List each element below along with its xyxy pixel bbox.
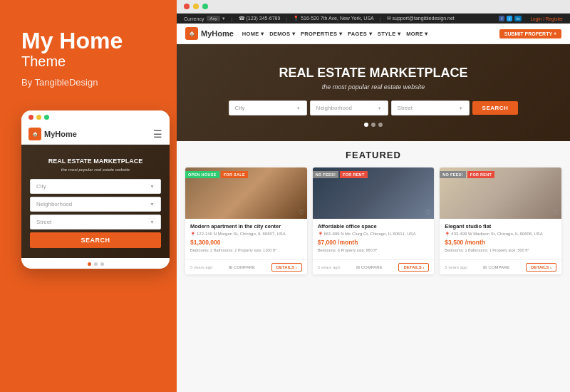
mobile-hero: REAL ESTATE MARKETPLACE the most popular…	[21, 145, 170, 258]
heart-icon-1[interactable]: ♡	[299, 209, 304, 216]
location-icon-2: 📍	[318, 232, 323, 237]
facebook-icon[interactable]: f	[499, 16, 504, 21]
hero-neighborhood-arrow: ▼	[378, 106, 382, 110]
hero-dot-3[interactable]	[378, 123, 383, 127]
phone-number: ☎ (123) 345-6789	[239, 16, 281, 21]
mobile-top-bar	[21, 110, 170, 124]
mobile-slide-dot-2	[94, 262, 98, 266]
details-button-2[interactable]: DETAILS ›	[398, 263, 429, 272]
nav-logo[interactable]: 🏠 MyHome	[185, 27, 234, 40]
property-grid: ★ OPEN HOUSE FOR SALE ♡ Modern apartment…	[185, 167, 561, 274]
property-compare-1[interactable]: ⊞ COMPARE	[229, 264, 255, 269]
property-badges-1: OPEN HOUSE FOR SALE	[185, 171, 248, 178]
right-panel: Currency Any ▼ | ☎ (123) 345-6789 | 📍 51…	[177, 0, 570, 392]
currency-arrow: ▼	[222, 16, 226, 21]
property-price-3: $3,500 /month	[445, 239, 556, 246]
browser-dot-yellow	[193, 4, 199, 9]
mobile-search-button[interactable]: SEARCH	[30, 232, 161, 248]
hero-dot-1[interactable]	[364, 123, 368, 127]
property-card-2: ★ NO FEES! FOR RENT ♡ Affordable office …	[313, 167, 435, 274]
nav-link-home[interactable]: HOME ▾	[242, 31, 264, 37]
property-card-1: ★ OPEN HOUSE FOR SALE ♡ Modern apartment…	[185, 167, 307, 274]
hero-search-row: City ▼ Neighborhood ▼ Street ▼ SEARCH	[191, 100, 556, 115]
property-meta-1: Bedrooms: 2 Bathrooms: 2 Property size: …	[190, 248, 302, 252]
property-badges-3: NO FEES! FOR RENT	[440, 171, 494, 178]
property-address-1: 📍 122-140 N Morgan St, Chicago, IL 60607…	[190, 232, 302, 237]
details-button-1[interactable]: DETAILS ›	[271, 263, 302, 272]
property-meta-2: Bedrooms: 6 Property size: 680 ft²	[318, 248, 430, 252]
submit-property-button[interactable]: SUBMIT PROPERTY +	[499, 29, 561, 38]
badge-open-house: OPEN HOUSE	[185, 171, 219, 178]
property-img-3: ★ NO FEES! FOR RENT ♡	[440, 167, 561, 219]
login-link[interactable]: Login / Register	[530, 16, 563, 21]
hero-street-select[interactable]: Street ▼	[391, 100, 470, 115]
linkedin-icon[interactable]: in	[514, 16, 522, 21]
property-address-2: 📍 661-699 N Mc Clurg Ct, Chicago, IL 606…	[318, 232, 430, 237]
hero-dot-2[interactable]	[371, 123, 375, 127]
location-icon-1: 📍	[190, 232, 195, 237]
property-price-2: $7,000 /month	[318, 239, 430, 246]
badge-for-rent-3: FOR RENT	[467, 171, 495, 178]
details-button-3[interactable]: DETAILS ›	[526, 263, 556, 272]
nav-link-more[interactable]: MORE ▾	[406, 31, 428, 37]
nav-bar: 🏠 MyHome HOME ▾ DEMOS ▾ PROPERTIES ▾ PAG…	[177, 24, 570, 44]
mobile-slide-dot-1	[88, 262, 91, 266]
utility-bar: Currency Any ▼ | ☎ (123) 345-6789 | 📍 51…	[177, 14, 570, 24]
nav-link-properties[interactable]: PROPERTIES ▾	[301, 31, 342, 37]
hero-slide-dots	[191, 123, 556, 127]
hero-neighborhood-select[interactable]: Neighborhood ▼	[310, 100, 388, 115]
hero-search-button[interactable]: SEARCH	[472, 101, 519, 115]
mobile-neighborhood-arrow: ▼	[150, 202, 155, 207]
featured-section: FEATURED ★ OPEN HOUSE FOR SALE ♡ Moder	[177, 141, 570, 392]
mobile-dot-green	[44, 115, 49, 120]
property-compare-3[interactable]: ⊞ COMPARE	[483, 264, 509, 269]
badge-for-rent-2: FOR RENT	[340, 171, 368, 178]
hero-subtitle: the most popular real estate website	[191, 83, 556, 91]
mobile-neighborhood-field[interactable]: Neighborhood ▼	[30, 197, 161, 212]
nav-link-style[interactable]: STYLE ▾	[378, 31, 400, 37]
property-img-2: ★ NO FEES! FOR RENT ♡	[313, 167, 435, 219]
badge-no-fees-2: NO FEES!	[313, 171, 338, 178]
mobile-dot-yellow	[36, 115, 41, 120]
property-info-1: Modern apartment in the city center 📍 12…	[185, 219, 307, 259]
currency-selector[interactable]: Currency Any ▼	[184, 16, 226, 21]
compare-icon-2: ⊞	[356, 264, 360, 269]
mobile-slide-dots	[21, 258, 170, 269]
mobile-street-field[interactable]: Street ▼	[30, 215, 161, 229]
property-compare-2[interactable]: ⊞ COMPARE	[356, 264, 383, 269]
mobile-city-arrow: ▼	[150, 184, 155, 189]
email-info: ✉ support@tangibledesign.net	[387, 16, 455, 21]
hero-street-arrow: ▼	[459, 106, 463, 110]
heart-icon-3[interactable]: ♡	[553, 209, 559, 216]
property-footer-3: 5 years ago ⊞ COMPARE DETAILS ›	[440, 259, 561, 274]
mobile-logo-icon: 🏠	[28, 128, 41, 140]
nav-link-demos[interactable]: DEMOS ▾	[269, 31, 295, 37]
mobile-city-field[interactable]: City ▼	[30, 179, 161, 194]
property-date-2: 5 years ago	[318, 265, 340, 269]
location-icon-3: 📍	[445, 232, 450, 237]
property-footer-2: 5 years ago ⊞ COMPARE DETAILS ›	[313, 259, 435, 274]
browser-chrome	[177, 0, 570, 14]
twitter-icon[interactable]: t	[507, 16, 512, 21]
property-card-3: ★ NO FEES! FOR RENT ♡ Elegant studio fla…	[440, 167, 561, 274]
compare-icon-1: ⊞	[229, 264, 232, 269]
heart-icon-2[interactable]: ♡	[425, 209, 431, 216]
compare-icon-3: ⊞	[483, 264, 487, 269]
hero-city-select[interactable]: City ▼	[229, 100, 307, 115]
mobile-hamburger-icon[interactable]: ☰	[153, 128, 162, 140]
mobile-dot-red	[28, 115, 33, 120]
address-info: 📍 516-520 7th Ave, New York, USA	[293, 16, 374, 21]
mobile-window-dots	[28, 115, 49, 120]
hero-city-arrow: ▼	[296, 106, 301, 110]
desktop-mockup: Currency Any ▼ | ☎ (123) 345-6789 | 📍 51…	[177, 0, 570, 392]
nav-link-pages[interactable]: PAGES ▾	[348, 31, 372, 37]
property-date-1: 5 years ago	[190, 265, 212, 269]
left-panel: My Home Theme By TangibleDesign 🏠 MyHome…	[0, 0, 177, 392]
badge-no-fees-3: NO FEES!	[440, 171, 465, 178]
hero-section: REAL ESTATE MARKETPLACE the most popular…	[177, 44, 570, 141]
property-title-3: Elegant studio flat	[445, 223, 556, 230]
currency-dropdown[interactable]: Any	[207, 16, 219, 21]
hero-title: REAL ESTATE MARKETPLACE	[191, 66, 556, 81]
mobile-hero-title: REAL ESTATE MARKETPLACE	[30, 158, 161, 165]
social-icons: f t in	[499, 16, 522, 21]
